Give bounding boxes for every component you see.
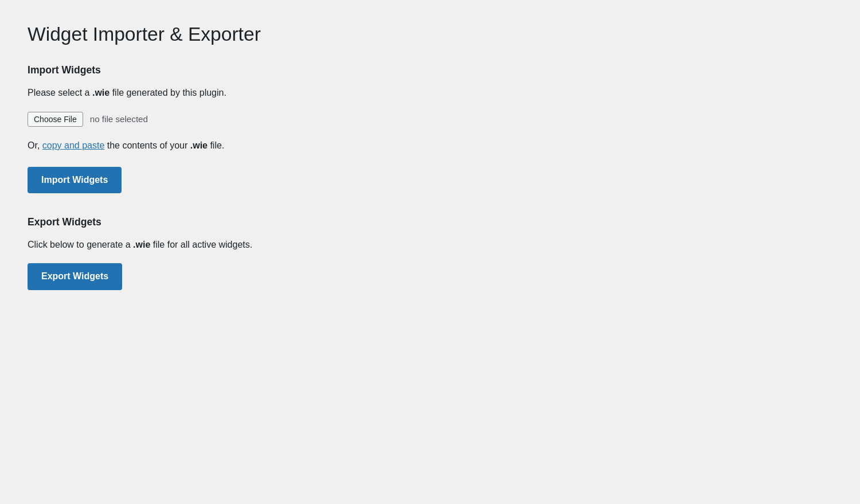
export-desc-suffix: file for all active widgets. xyxy=(150,240,252,249)
import-desc-extension: .wie xyxy=(92,88,110,97)
import-section: Import Widgets Please select a .wie file… xyxy=(28,64,488,193)
or-end: file. xyxy=(208,140,224,150)
import-description: Please select a .wie file generated by t… xyxy=(28,85,488,100)
choose-file-button[interactable]: Choose File xyxy=(28,112,83,127)
or-prefix: Or, xyxy=(28,140,42,150)
no-file-label: no file selected xyxy=(90,114,148,124)
copy-paste-link[interactable]: copy and paste xyxy=(42,140,105,150)
or-paste-text: Or, copy and paste the contents of your … xyxy=(28,138,488,153)
or-suffix: the contents of your xyxy=(104,140,190,150)
import-widgets-button[interactable]: Import Widgets xyxy=(28,167,122,193)
or-extension: .wie xyxy=(190,140,208,150)
export-widgets-button[interactable]: Export Widgets xyxy=(28,263,122,290)
import-desc-prefix: Please select a xyxy=(28,88,92,97)
export-desc-extension: .wie xyxy=(133,240,150,249)
export-section-heading: Export Widgets xyxy=(28,216,488,228)
import-section-heading: Import Widgets xyxy=(28,64,488,76)
export-desc-prefix: Click below to generate a xyxy=(28,240,133,249)
import-desc-suffix: file generated by this plugin. xyxy=(110,88,226,97)
file-input-row: Choose File no file selected xyxy=(28,112,488,127)
export-description: Click below to generate a .wie file for … xyxy=(28,237,488,252)
page-container: Widget Importer & Exporter Import Widget… xyxy=(0,0,516,336)
page-title: Widget Importer & Exporter xyxy=(28,23,488,46)
export-section: Export Widgets Click below to generate a… xyxy=(28,216,488,290)
